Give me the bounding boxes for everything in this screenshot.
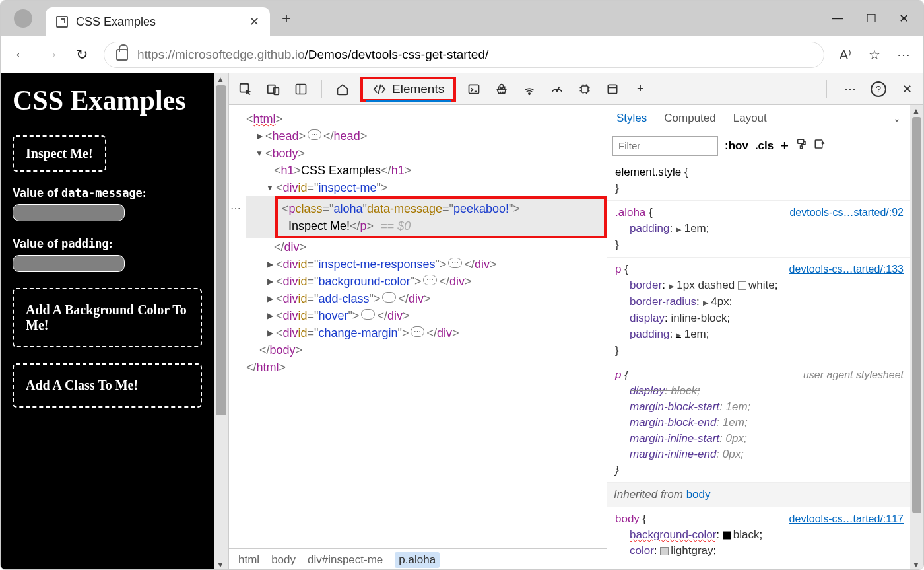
rule-body: devtools-cs…tarted/:117 body { backgroun… — [607, 507, 910, 563]
maximize-icon[interactable]: ☐ — [866, 11, 876, 26]
dom-tree[interactable]: <html> ▶<head>⋯</head> ▼<body> <h1>CSS E… — [229, 105, 607, 548]
svg-rect-25 — [798, 139, 804, 143]
devtools-more-icon[interactable]: ⋯ — [840, 79, 860, 99]
page-column: CSS Examples Inspect Me! Value of data-m… — [1, 73, 228, 570]
minimize-icon[interactable]: — — [832, 11, 843, 26]
elements-tab-label: Elements — [392, 82, 444, 96]
svg-rect-26 — [801, 146, 803, 149]
hov-toggle[interactable]: :hov — [725, 139, 748, 153]
inherited-separator: Inherited from body — [607, 483, 910, 507]
crumb-html[interactable]: html — [238, 553, 259, 567]
elements-tab[interactable]: Elements — [360, 77, 456, 102]
row-actions-icon[interactable]: ⋯ — [230, 200, 241, 217]
styles-rules[interactable]: element.style { } devtools-cs…started/:9… — [607, 160, 910, 570]
svg-rect-3 — [296, 84, 306, 94]
inspect-me-box[interactable]: Inspect Me! — [13, 135, 106, 172]
scroll-thumb[interactable] — [216, 85, 226, 415]
profile-avatar[interactable] — [14, 9, 32, 28]
address-bar[interactable]: https://microsoftedge.github.io/Demos/de… — [104, 42, 824, 68]
page-content: CSS Examples Inspect Me! Value of data-m… — [1, 73, 214, 570]
styles-scrollbar[interactable]: ▲ ▼ — [910, 105, 923, 570]
scroll-down-icon[interactable]: ▼ — [216, 560, 224, 569]
browser-toolbar: ← → ↻ https://microsoftedge.github.io/De… — [1, 36, 923, 73]
dock-icon[interactable] — [291, 79, 311, 99]
input-data-message[interactable] — [13, 204, 125, 221]
add-class-box[interactable]: Add A Class To Me! — [13, 363, 202, 408]
inspect-element-icon[interactable] — [236, 79, 255, 99]
styles-toolbar: :hov .cls + — [607, 131, 910, 160]
tab-computed[interactable]: Computed — [664, 112, 715, 125]
scroll-up-icon[interactable]: ▲ — [216, 75, 224, 84]
highlighted-node[interactable]: <p class="aloha" data-message="peekaboo!… — [275, 196, 607, 238]
device-toggle-icon[interactable] — [263, 79, 283, 99]
scroll-thumb[interactable] — [912, 117, 921, 513]
svg-point-11 — [529, 93, 530, 94]
tab-title: CSS Examples — [76, 15, 242, 29]
devtools: Elements + ⋯ ? ✕ <html> ▶<head>⋯</head> — [228, 73, 923, 570]
reload-button[interactable]: ↻ — [73, 46, 90, 63]
window-controls: — ☐ ✕ — [832, 11, 915, 26]
welcome-tab-icon[interactable] — [333, 79, 352, 99]
devtools-tabbar: Elements + ⋯ ? ✕ — [229, 73, 923, 105]
tab-layout[interactable]: Layout — [733, 112, 767, 125]
crumb-body[interactable]: body — [271, 553, 296, 567]
styles-panel: Styles Computed Layout ⌄ :hov .cls + — [607, 105, 923, 570]
performance-tab-icon[interactable] — [547, 79, 567, 99]
page-heading: CSS Examples — [13, 84, 202, 117]
paint-icon[interactable] — [795, 138, 807, 153]
scroll-down-icon[interactable]: ▼ — [912, 560, 920, 569]
input-padding[interactable] — [13, 255, 125, 272]
source-link[interactable]: devtools-cs…tarted/:133 — [789, 262, 904, 277]
svg-point-8 — [500, 84, 504, 88]
svg-rect-27 — [815, 140, 822, 148]
help-icon[interactable]: ? — [871, 81, 886, 97]
back-button[interactable]: ← — [13, 46, 30, 63]
forward-button[interactable]: → — [43, 46, 60, 63]
menu-icon[interactable]: ⋯ — [896, 47, 911, 63]
svg-line-5 — [378, 84, 381, 94]
memory-tab-icon[interactable] — [575, 79, 595, 99]
browser-tab[interactable]: CSS Examples ✕ — [46, 7, 270, 36]
new-tab-button[interactable]: + — [282, 9, 291, 28]
more-subtabs-icon[interactable]: ⌄ — [893, 113, 901, 124]
filter-input[interactable] — [612, 136, 718, 156]
new-rule-icon[interactable]: + — [780, 137, 789, 155]
dom-tree-panel: <html> ▶<head>⋯</head> ▼<body> <h1>CSS E… — [229, 105, 607, 570]
scroll-up-icon[interactable]: ▲ — [912, 106, 920, 116]
code-icon — [372, 82, 387, 96]
rule-p: devtools-cs…tarted/:133 p { border: ▶ 1p… — [607, 258, 910, 363]
lock-icon — [116, 49, 128, 61]
rule-aloha: devtools-cs…started/:92 .aloha { padding… — [607, 201, 910, 258]
more-tabs-icon[interactable]: + — [630, 79, 650, 99]
read-aloud-icon[interactable]: A⁾ — [838, 47, 853, 63]
label-data-message: Value of data-message: — [13, 186, 202, 200]
sources-tab-icon[interactable] — [492, 79, 512, 99]
svg-rect-23 — [609, 85, 617, 93]
tab-styles[interactable]: Styles — [616, 112, 647, 125]
svg-rect-6 — [469, 85, 479, 93]
close-tab-icon[interactable]: ✕ — [249, 15, 259, 29]
breadcrumb: html body div#inspect-me p.aloha — [229, 548, 607, 570]
network-tab-icon[interactable] — [519, 79, 539, 99]
computed-toggle-icon[interactable] — [814, 138, 826, 153]
cls-toggle[interactable]: .cls — [755, 139, 774, 153]
url-text: https://microsoftedge.github.io/Demos/de… — [137, 48, 488, 62]
crumb-p[interactable]: p.aloha — [395, 552, 440, 568]
source-link[interactable]: devtools-cs…started/:92 — [789, 205, 904, 221]
crumb-div[interactable]: div#inspect-me — [308, 553, 383, 567]
application-tab-icon[interactable] — [603, 79, 622, 99]
rule-element-style: element.style { } — [607, 160, 910, 201]
label-padding: Value of padding: — [13, 237, 202, 251]
add-bg-box[interactable]: Add A Background Color To Me! — [13, 288, 202, 347]
title-bar: CSS Examples ✕ + — ☐ ✕ — [1, 1, 923, 36]
page-icon — [56, 16, 68, 28]
source-link[interactable]: devtools-cs…tarted/:117 — [789, 511, 904, 527]
close-window-icon[interactable]: ✕ — [899, 11, 909, 26]
main-area: CSS Examples Inspect Me! Value of data-m… — [1, 73, 923, 570]
close-devtools-icon[interactable]: ✕ — [897, 79, 917, 99]
console-tab-icon[interactable] — [464, 79, 484, 99]
styles-subtabs: Styles Computed Layout ⌄ — [607, 105, 910, 131]
rule-p-ua: user agent stylesheet p { display: block… — [607, 363, 910, 483]
favorites-icon[interactable]: ☆ — [867, 47, 882, 63]
page-scrollbar[interactable]: ▲ ▼ — [214, 73, 228, 570]
